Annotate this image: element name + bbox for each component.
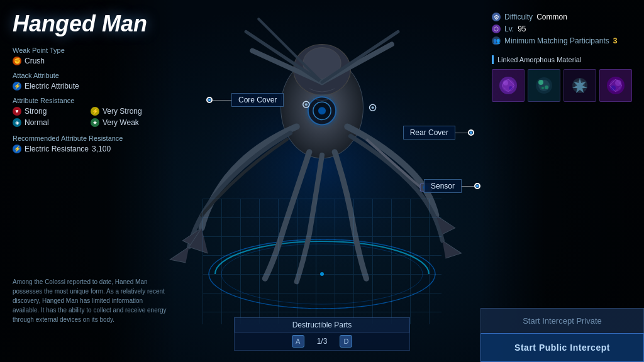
resistance-normal: ◈ Normal [13,118,86,127]
svg-point-32 [541,87,544,89]
prev-part-button[interactable]: A [292,335,304,348]
resistance-very-strong: ⚡ Very Strong [91,107,164,116]
very-weak-label: Very Weak [103,118,139,127]
rear-cover-dot [468,129,474,136]
start-public-intercept-button[interactable]: Start Public Intercept [480,333,644,362]
level-icon: ⬡ [492,25,501,33]
destructible-bar: Destructible Parts A 1/3 D [234,317,410,351]
svg-point-26 [503,80,508,85]
attack-attr-label: Attack Attribute [13,72,164,79]
amorphous-section: Linked Amorphous Material [492,55,633,102]
recommended-label: Recommended Attribute Resistance [13,134,164,142]
amorphous-item-3[interactable] [564,69,596,102]
min-participants-value: 3 [613,36,618,45]
difficulty-icon: ⚙ [492,13,501,21]
rear-cover-callout: Rear Cover [403,126,474,140]
core-cover-dot [206,97,213,103]
center-area: Core Cover Rear Cover Sensor Destructibl… [151,0,493,362]
normal-icon: ◈ [13,118,21,127]
recommended-value: Electric Resistance [25,145,89,153]
svg-point-20 [372,106,374,109]
svg-point-15 [318,107,326,114]
amorphous-item-2[interactable] [528,69,560,102]
crush-icon: ✊ [13,57,21,65]
amorphous-item-1[interactable] [492,69,525,102]
difficulty-value: Common [536,13,567,21]
difficulty-label: Difficulty [504,13,533,21]
grid-overlay [203,199,441,324]
min-participants-row: 👥 Minimum Matching Participants 3 [492,36,633,45]
sensor-label: Sensor [424,179,462,193]
participants-icon: 👥 [492,36,501,45]
attack-attr-row: ⚡ Electric Attribute [13,82,164,90]
boss-title: Hanged Man [13,11,164,36]
attr-resistance-label: Attribute Resistance [13,97,164,104]
elec-resist-icon: ⚡ [13,145,21,153]
level-value: 95 [518,25,526,33]
recommended-amount: 3,100 [92,145,111,153]
electric-icon: ⚡ [13,82,21,90]
sensor-callout: Sensor [424,179,480,193]
weak-point-row: ✊ Crush [13,57,164,65]
resistance-grid: ♥ Strong ⚡ Very Strong ◈ Normal ★ Very W… [13,107,164,128]
recommended-row: ⚡ Electric Resistance 3,100 [13,145,164,153]
action-buttons[interactable]: Start Intercept Private Start Public Int… [480,308,644,362]
start-intercept-private-button[interactable]: Start Intercept Private [480,308,644,333]
svg-point-38 [611,85,616,90]
level-row: ⬡ Lv. 95 [492,25,633,33]
amorphous-label: Linked Amorphous Material [492,55,633,64]
strong-label: Strong [25,107,47,116]
next-part-button[interactable]: D [340,335,352,348]
amorphous-item-4[interactable] [599,69,632,102]
sensor-dot [474,183,480,189]
strong-icon: ♥ [13,107,21,116]
attack-attr-value: Electric Attribute [25,82,79,90]
resistance-strong: ♥ Strong [13,107,86,116]
destructible-nav[interactable]: A 1/3 D [234,332,410,351]
weak-point-label: Weak Point Type [13,47,164,54]
amorphous-grid[interactable] [492,69,633,102]
svg-point-30 [538,80,543,85]
destructible-title: Destructible Parts [234,317,410,332]
level-label: Lv. [504,25,514,33]
svg-point-37 [615,80,621,86]
svg-point-25 [502,79,514,92]
weak-point-type: Crush [25,57,45,65]
very-weak-icon: ★ [91,118,99,127]
very-strong-label: Very Strong [103,107,142,116]
part-counter: 1/3 [317,337,328,346]
rear-cover-label: Rear Cover [403,126,455,140]
boss-info: ⚙ Difficulty Common ⬡ Lv. 95 👥 Minimum M… [492,13,633,45]
svg-point-22 [305,103,308,106]
core-cover-callout: Core Cover [206,93,284,107]
lore-text: Among the Colossi reported to date, Hane… [13,277,170,324]
resistance-very-weak: ★ Very Weak [91,118,164,127]
min-participants-label: Minimum Matching Participants [504,36,609,45]
core-cover-label: Core Cover [231,93,284,107]
difficulty-row: ⚙ Difficulty Common [492,13,633,21]
normal-label: Normal [25,118,49,127]
very-strong-icon: ⚡ [91,107,99,116]
svg-point-31 [545,85,548,89]
left-panel: Hanged Man Weak Point Type ✊ Crush Attac… [0,0,176,362]
